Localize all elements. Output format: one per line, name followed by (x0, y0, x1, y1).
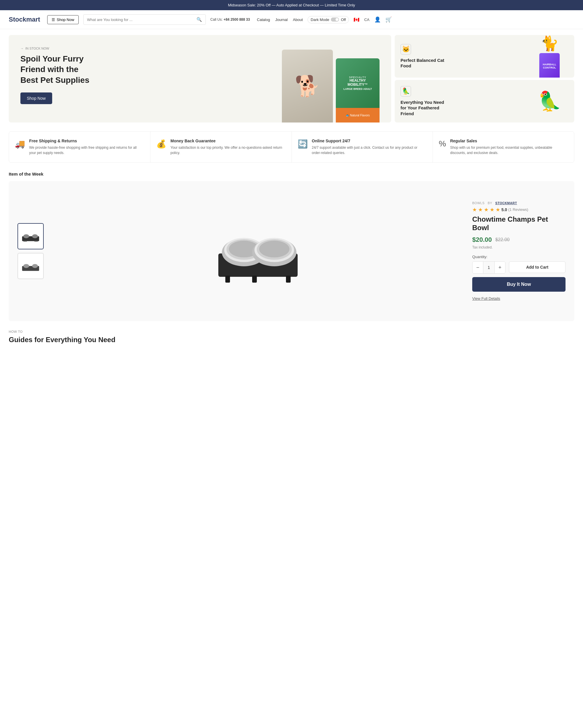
quantity-row: − 1 + Add to Cart (472, 261, 565, 274)
feature-support: 🔄 Online Support 24/7 24/7 support avail… (292, 132, 433, 162)
price-original: $22.00 (495, 237, 509, 242)
product-thumbnails (18, 223, 44, 279)
item-of-week-section: Item of the Week (9, 172, 574, 321)
header: Stockmart ☰ Shop Now 🔍 Call Us: +84 2500… (0, 10, 583, 29)
phone-info: Call Us: +84 2500 888 33 (211, 18, 250, 22)
sale-icon: % (439, 139, 446, 149)
star-5: ★ (496, 207, 500, 213)
hero-shop-now-button[interactable]: Shop Now (20, 93, 52, 104)
quantity-decrease-button[interactable]: − (473, 262, 483, 273)
cat-card-title: Perfect Balanced Cat Food (400, 57, 447, 69)
feature-sales-desc: Shop with us for premium pet food, essen… (450, 145, 568, 155)
feature-money-back-content: Money Back Guarantee Your satisfaction i… (170, 138, 286, 155)
hero-dog-image: 🐕 (282, 50, 333, 123)
bird-card-title: Everything You Need for Your Feathered F… (400, 100, 447, 117)
cat-icon: 🐱 (400, 44, 411, 55)
product-brand[interactable]: Stockmart (495, 201, 517, 205)
quantity-label: Quantity: (472, 255, 565, 259)
features-bar: 🚚 Free Shipping & Returns We provide has… (9, 131, 574, 163)
star-4: ★ (490, 207, 494, 213)
hamburger-icon: ☰ (52, 18, 55, 22)
feature-money-back-desc: Your satisfaction is our top priority. W… (170, 145, 286, 155)
quantity-control: − 1 + (472, 261, 505, 274)
buy-now-button[interactable]: Buy It Now (472, 277, 565, 292)
view-details-link[interactable]: View Full Details (472, 296, 500, 301)
product-card: BOWLS by Stockmart ★ ★ ★ ★ ★ 5.0 (1 Revi… (9, 181, 574, 321)
hero-section: IN STOCK NOW Spoil Your Furry Friend wit… (9, 35, 574, 123)
price-current: $20.00 (472, 236, 492, 243)
truck-icon: 🚚 (15, 139, 25, 149)
svg-point-2 (32, 234, 38, 238)
feature-shipping: 🚚 Free Shipping & Returns We provide has… (9, 132, 150, 162)
svg-rect-3 (23, 241, 27, 241)
svg-point-7 (32, 264, 38, 268)
feature-money-back-title: Money Back Guarantee (170, 138, 286, 143)
feature-support-desc: 24/7 support available with just a click… (312, 145, 427, 155)
svg-rect-18 (286, 276, 290, 283)
tax-note: Tax included. (472, 245, 565, 250)
region-flag: 🇨🇦 (354, 17, 359, 23)
svg-rect-17 (225, 276, 230, 283)
user-icon[interactable]: 👤 (374, 16, 381, 23)
product-details: BOWLS by Stockmart ★ ★ ★ ★ ★ 5.0 (1 Revi… (472, 201, 565, 301)
parrot-image: 🦜 (525, 80, 574, 123)
support-icon: 🔄 (298, 139, 308, 149)
svg-rect-4 (34, 241, 38, 241)
banner-text: Midseason Sale: 20% Off — Auto Applied a… (228, 3, 355, 7)
shop-now-label: Shop Now (57, 18, 74, 22)
hero-side-cards: 🐱 Perfect Balanced Cat Food 🐈 HAIRBALLCO… (395, 35, 574, 123)
menu-shop-now-button[interactable]: ☰ Shop Now (47, 15, 79, 24)
feature-sales-content: Regular Sales Shop with us for premium p… (450, 138, 568, 155)
search-icon: 🔍 (196, 17, 202, 22)
rating-score: 5.0 (501, 207, 507, 212)
item-of-week-label: Item of the Week (9, 172, 574, 177)
thumbnail-1[interactable] (18, 223, 44, 250)
how-to-section: HOW TO Guides for Everything You Need (9, 330, 574, 344)
product-prices: $20.00 $22.00 (472, 236, 565, 243)
star-2: ★ (478, 207, 483, 213)
nav-about[interactable]: About (293, 18, 303, 22)
feature-money-back: 💰 Money Back Guarantee Your satisfaction… (150, 132, 292, 162)
svg-point-1 (23, 234, 29, 238)
feature-shipping-title: Free Shipping & Returns (29, 138, 144, 143)
product-name: Chowtime Champs Pet Bowl (472, 215, 565, 232)
nav-catalog[interactable]: Catalog (257, 18, 270, 22)
star-1: ★ (472, 207, 477, 213)
dark-mode-toggle[interactable]: Dark Mode Off (308, 16, 349, 23)
thumbnail-2[interactable] (18, 253, 44, 279)
bird-card[interactable]: 🦜 Everything You Need for Your Feathered… (395, 80, 574, 123)
rating-reviews: (1 Reviews) (508, 207, 528, 212)
toggle-switch[interactable] (331, 18, 339, 22)
cart-icon[interactable]: 🛒 (385, 16, 392, 23)
hero-main-card: IN STOCK NOW Spoil Your Furry Friend wit… (9, 35, 391, 123)
cat-food-card[interactable]: 🐱 Perfect Balanced Cat Food 🐈 HAIRBALLCO… (395, 35, 574, 78)
phone-number: +84 2500 888 33 (224, 18, 250, 22)
nav-journal[interactable]: Journal (275, 18, 288, 22)
search-input[interactable] (87, 18, 194, 22)
how-to-label: HOW TO (9, 330, 574, 333)
search-bar: 🔍 (83, 14, 206, 25)
toggle-dot (335, 18, 338, 21)
svg-point-16 (259, 241, 289, 258)
svg-point-6 (23, 264, 29, 268)
region-label: CA (364, 18, 369, 22)
main-nav: Catalog Journal About (257, 18, 303, 22)
cat-food-image: 🐈 HAIRBALLCONTROL (526, 36, 573, 78)
feature-support-title: Online Support 24/7 (312, 138, 427, 143)
bird-icon: 🦜 (400, 86, 411, 97)
quantity-value: 1 (483, 262, 495, 273)
feature-shipping-desc: We provide hassle-free shopping with fre… (29, 145, 144, 155)
logo[interactable]: Stockmart (9, 16, 40, 23)
bowl-image (211, 210, 305, 292)
dark-mode-off-label: Off (341, 18, 346, 22)
money-back-icon: 💰 (156, 139, 166, 149)
feature-sales-title: Regular Sales (450, 138, 568, 143)
feature-support-content: Online Support 24/7 24/7 support availab… (312, 138, 427, 155)
product-category: BOWLS by Stockmart (472, 201, 565, 205)
product-main-image (55, 207, 461, 295)
feature-sales: % Regular Sales Shop with us for premium… (433, 132, 574, 162)
phone-label: Call Us: (211, 18, 223, 22)
add-to-cart-button[interactable]: Add to Cart (509, 261, 565, 273)
top-banner: Midseason Sale: 20% Off — Auto Applied a… (0, 0, 583, 10)
quantity-increase-button[interactable]: + (495, 262, 505, 273)
